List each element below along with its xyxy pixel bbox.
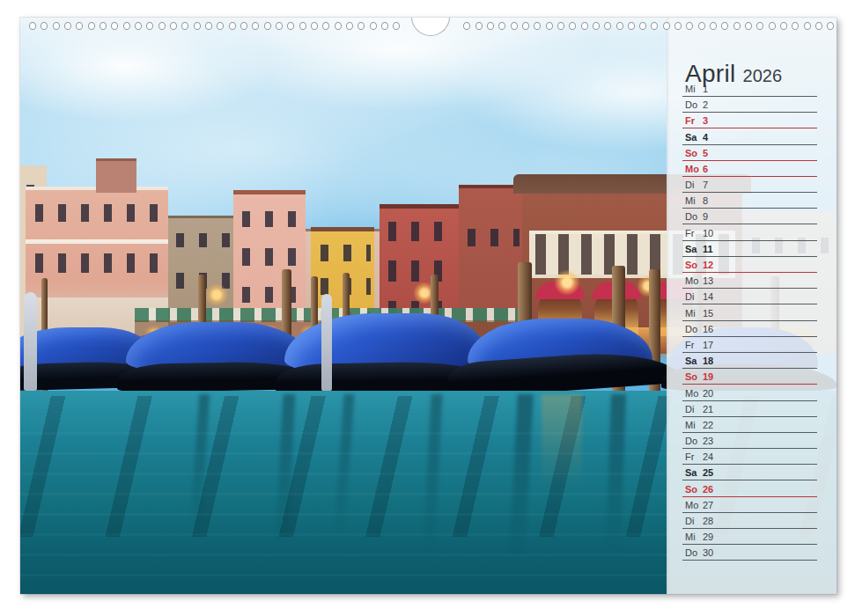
binding-hole: [287, 22, 294, 30]
day-abbr: Mi: [685, 84, 703, 94]
binding-hole: [264, 22, 271, 30]
day-number: 22: [703, 420, 713, 430]
palazzo-windows-1: [29, 204, 165, 222]
day-abbr: So: [685, 484, 703, 495]
day-number: 30: [703, 547, 713, 558]
day-abbr: Mo: [685, 388, 703, 399]
binding-hole: [511, 22, 518, 30]
day-abbr: Mi: [685, 195, 703, 206]
day-abbr: Di: [685, 291, 703, 302]
binding-hole: [311, 22, 318, 30]
binding-hole: [475, 22, 483, 30]
day-row: Mo27: [682, 497, 817, 513]
day-row: So5: [682, 145, 817, 161]
day-number: 4: [703, 132, 708, 143]
binding-hole: [698, 22, 705, 30]
binding-hole: [322, 22, 329, 30]
day-abbr: Fr: [685, 340, 703, 350]
day-row: Di21: [682, 401, 817, 417]
binding-hole: [181, 22, 188, 30]
binding-hole: [170, 22, 177, 30]
binding-hole: [686, 22, 693, 30]
day-abbr: Mo: [685, 275, 703, 286]
day-row: Mo20: [682, 385, 817, 400]
day-number: 3: [703, 115, 708, 126]
day-abbr: Fr: [685, 228, 703, 238]
day-number: 21: [703, 404, 713, 414]
binding-hole: [346, 22, 353, 30]
binding-hole: [381, 22, 388, 30]
day-abbr: Di: [685, 516, 703, 526]
binding-hole: [217, 22, 224, 30]
building-yellow-windows-1: [314, 245, 371, 261]
binding-hole: [100, 22, 107, 30]
binding-hole: [522, 22, 529, 30]
day-row: Do16: [682, 321, 817, 337]
binding-hole: [463, 22, 470, 30]
day-row: Di14: [682, 289, 817, 304]
building-stone-windows-1: [170, 233, 232, 247]
palazzo-tower: [96, 158, 136, 193]
binding-hole: [135, 22, 142, 30]
day-rows: Mi1Do2Fr3Sa4So5Mo6Di7Mi8Do9Fr10Sa11So12M…: [682, 81, 817, 561]
binding-hole: [205, 22, 212, 30]
day-abbr: Mo: [685, 500, 703, 510]
day-number: 17: [703, 340, 713, 350]
building-salmon-windows-3: [236, 287, 303, 303]
day-number: 24: [703, 451, 713, 462]
day-abbr: Mi: [685, 532, 703, 542]
day-abbr: Mo: [685, 164, 703, 174]
day-abbr: Sa: [685, 467, 703, 478]
day-number: 9: [703, 211, 708, 222]
binding-hole: [616, 22, 623, 30]
day-row: Mi8: [682, 193, 817, 209]
day-abbr: Sa: [685, 132, 703, 143]
building-red-windows-1: [382, 222, 456, 241]
binding-hole: [663, 22, 670, 30]
binding-hole: [252, 22, 259, 30]
binding-hole: [158, 22, 166, 30]
day-row: Mo6: [682, 161, 817, 177]
day-number: 19: [703, 371, 713, 382]
binding-hole: [487, 22, 494, 30]
day-number: 11: [703, 244, 713, 254]
binding-hole: [123, 22, 130, 30]
binding-hole: [29, 22, 36, 30]
palazzo-cornice: [26, 239, 168, 244]
calendar-page: April2026 Mi1Do2Fr3Sa4So5Mo6Di7Mi8Do9Fr1…: [20, 18, 837, 594]
binding-hole: [710, 22, 717, 30]
day-number: 29: [703, 532, 713, 542]
binding-hole: [53, 22, 60, 30]
binding-hole: [827, 22, 834, 30]
day-row: Sa25: [682, 465, 817, 480]
day-row: Fr3: [682, 113, 817, 128]
binding-hole: [569, 22, 576, 30]
day-number: 16: [703, 324, 713, 334]
binding-hole: [628, 22, 635, 30]
day-number: 12: [703, 260, 713, 270]
binding-hole: [88, 22, 95, 30]
day-number: 5: [703, 148, 708, 158]
binding-hole: [229, 22, 236, 30]
day-number: 26: [703, 484, 713, 495]
binding-hole: [745, 22, 752, 30]
day-row: Di7: [682, 177, 817, 193]
binding-hole: [299, 22, 306, 30]
day-row: Mi15: [682, 304, 817, 320]
day-number: 7: [703, 180, 708, 190]
day-abbr: Do: [685, 547, 703, 558]
street-lamp: [205, 283, 228, 306]
gondola-ferro: [24, 292, 37, 391]
binding-hole: [769, 22, 776, 30]
day-row: Di28: [682, 513, 817, 529]
day-abbr: Di: [685, 404, 703, 414]
building-salmon-windows-2: [236, 248, 303, 266]
binding-hole: [651, 22, 658, 30]
binding-hole: [557, 22, 564, 30]
day-number: 10: [703, 228, 713, 238]
day-row: Mo13: [682, 273, 817, 289]
day-number: 13: [703, 275, 713, 286]
binding-hole: [276, 22, 283, 30]
building-red-windows-2: [382, 260, 456, 282]
binding-hole: [733, 22, 741, 30]
